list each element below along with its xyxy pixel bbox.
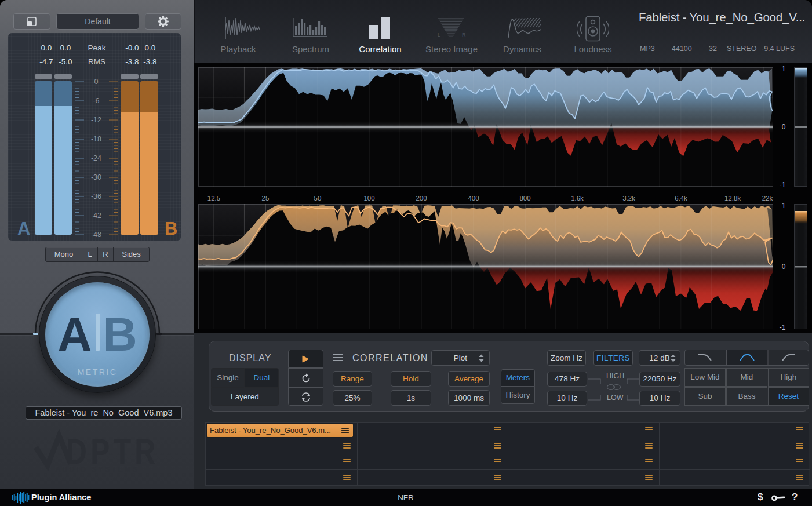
- svg-text:AUDIO SYSTEMS: AUDIO SYSTEMS: [56, 465, 139, 474]
- svg-text:L: L: [438, 32, 440, 38]
- svg-text:R: R: [462, 32, 466, 38]
